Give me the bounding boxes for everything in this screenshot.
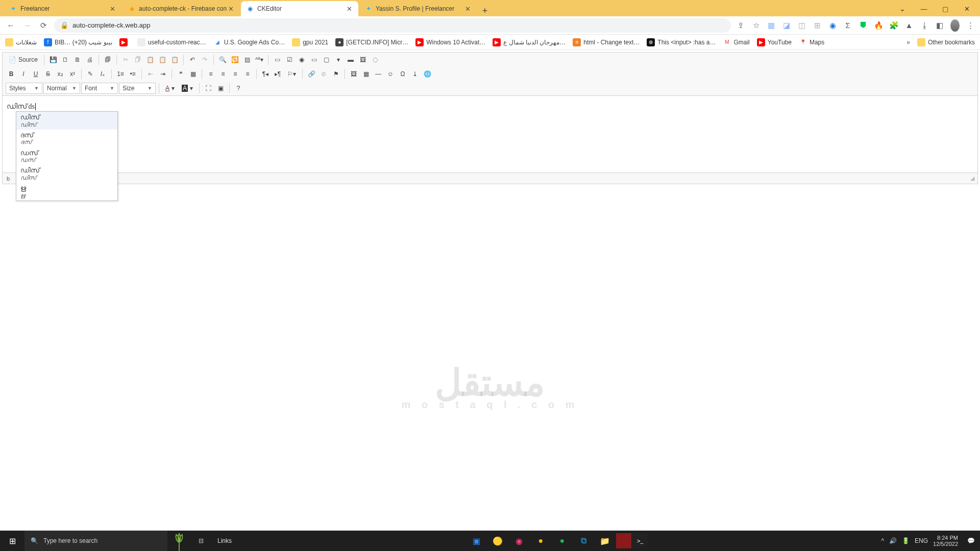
bold-button[interactable]: B	[6, 68, 17, 80]
form-icon[interactable]: ▭	[272, 54, 283, 65]
templates-icon[interactable]: 🗐	[102, 54, 113, 65]
pagebreak-button[interactable]: ⤓	[409, 68, 421, 80]
div-button[interactable]: ▦	[187, 68, 199, 80]
ltr-button[interactable]: ¶◂	[260, 68, 271, 80]
save-icon[interactable]: 💾	[47, 54, 59, 65]
tray-chevron-icon[interactable]: ^	[881, 537, 884, 544]
tab-close-icon[interactable]: ✕	[346, 5, 353, 13]
specialchar-button[interactable]: Ω	[397, 68, 408, 80]
taskbar-app-terminal[interactable]: >_	[632, 533, 648, 548]
start-button[interactable]: ⊞	[0, 536, 24, 546]
bookmark-item[interactable]: ▶	[119, 38, 130, 46]
taskbar-links-folder[interactable]: Links	[211, 537, 238, 544]
align-justify-button[interactable]: ≡	[242, 68, 253, 80]
paste-icon[interactable]: 📋	[144, 54, 156, 65]
editor-content-area[interactable]: ഡിസ് ds ഡിസ് ഡിസ് ദസ് ദസ് ഡസ് ഡസ് ഡിസ് ഡ…	[3, 96, 977, 172]
maximize-button[interactable]: ⛶	[203, 83, 214, 94]
bookmark-item[interactable]: useful-custom-reac…	[137, 38, 206, 46]
bookmark-item[interactable]: gpu 2021	[292, 38, 328, 46]
copyformat-icon[interactable]: ✎	[85, 68, 96, 80]
ext-icon[interactable]: ◪	[782, 21, 791, 30]
spellcheck-icon[interactable]: ᴬᴮ▾	[254, 54, 265, 65]
sidepanel-icon[interactable]: ◧	[935, 21, 944, 30]
tray-battery-icon[interactable]: 🔋	[902, 537, 910, 544]
removeformat-button[interactable]: Iₓ	[97, 68, 108, 80]
replace-icon[interactable]: 🔁	[229, 54, 240, 65]
styles-dropdown[interactable]: Styles▼	[6, 83, 42, 94]
paste-text-icon[interactable]: 📋	[157, 54, 168, 65]
nav-reload-button[interactable]: ⟳	[38, 21, 49, 30]
numbered-list-button[interactable]: 1≡	[115, 68, 126, 80]
indent-button[interactable]: ⇥	[157, 68, 168, 80]
tray-notifications-icon[interactable]: 💬	[967, 537, 975, 544]
radio-icon[interactable]: ◉	[296, 54, 307, 65]
bookmark-item[interactable]: ◢U.S. Google Ads Co…	[213, 38, 285, 46]
tray-volume-icon[interactable]: 🔊	[889, 537, 897, 544]
blockquote-button[interactable]: ❝	[175, 68, 186, 80]
tabs-dropdown-icon[interactable]: ⌄	[892, 5, 913, 13]
extensions-icon[interactable]: 🧩	[889, 21, 898, 30]
bookmark-item[interactable]: 📍Maps	[799, 38, 824, 46]
rtl-button[interactable]: ▸¶	[272, 68, 283, 80]
underline-button[interactable]: U	[30, 68, 41, 80]
ext-icon[interactable]: Σ	[843, 21, 852, 30]
tab-ckeditor[interactable]: ◉CKEditor ✕	[241, 1, 358, 16]
taskbar-search[interactable]: 🔍 Type here to search	[24, 531, 167, 551]
autocomplete-option[interactable]: ഡസ് ഡസ്	[16, 147, 117, 165]
newpage-icon[interactable]: 🗋	[60, 54, 71, 65]
textarea-icon[interactable]: ▢	[321, 54, 332, 65]
autocomplete-option[interactable]: ഡിസ് ഡിസ്	[16, 112, 117, 130]
align-center-button[interactable]: ≡	[217, 68, 229, 80]
tab-close-icon[interactable]: ✕	[227, 5, 235, 13]
hiddenfield-icon[interactable]: ◌	[370, 54, 381, 65]
bookmark-item[interactable]: ▶مهرجان الدنيا شمال ع…	[493, 38, 566, 46]
bookmark-item[interactable]: ≡html - Change text…	[573, 38, 640, 46]
other-bookmarks-button[interactable]: Other bookmarks	[917, 38, 975, 46]
bookmark-item[interactable]: ▶YouTube	[757, 38, 792, 46]
source-button[interactable]: 📄 Source	[6, 54, 41, 65]
taskbar-app-chrome[interactable]: 🟡	[487, 531, 508, 551]
preview-icon[interactable]: 🗎	[72, 54, 83, 65]
taskbar-app-zoom[interactable]: ▣	[466, 531, 486, 551]
undo-icon[interactable]: ↶	[187, 54, 198, 65]
bookmark-item[interactable]: ●[GETCID.INFO] Micr…	[335, 38, 408, 46]
bookmark-item[interactable]: ▶Windows 10 Activat…	[415, 38, 485, 46]
outdent-button[interactable]: ⇤	[145, 68, 156, 80]
size-dropdown[interactable]: Size▼	[119, 83, 156, 94]
ext-icon[interactable]: ◫	[797, 21, 806, 30]
bookmarks-overflow-button[interactable]: »	[906, 39, 910, 46]
selectall-icon[interactable]: ▤	[241, 54, 253, 65]
font-dropdown[interactable]: Font▼	[81, 83, 118, 94]
bookmark-star-icon[interactable]: ☆	[751, 21, 761, 30]
taskbar-app-icon[interactable]	[616, 533, 631, 548]
task-view-button[interactable]: ⊟	[191, 537, 211, 544]
redo-icon[interactable]: ↷	[199, 54, 210, 65]
iframe-button[interactable]: 🌐	[422, 68, 433, 80]
italic-button[interactable]: I	[18, 68, 29, 80]
image-button[interactable]: 🖼	[348, 68, 359, 80]
autocomplete-option[interactable]: ഋ ഋ	[16, 183, 117, 201]
link-button[interactable]: 🔗	[306, 68, 317, 80]
tab-close-icon[interactable]: ✕	[109, 5, 116, 13]
language-button[interactable]: ⚐▾	[284, 68, 299, 80]
tab-close-icon[interactable]: ✕	[464, 5, 472, 13]
strike-button[interactable]: S	[42, 68, 54, 80]
showblocks-button[interactable]: ▣	[215, 83, 226, 94]
about-button[interactable]: ?	[233, 83, 244, 94]
window-minimize-button[interactable]: —	[914, 5, 934, 13]
bgcolor-button[interactable]: A▾	[179, 83, 196, 94]
cut-icon[interactable]: ✂	[120, 54, 131, 65]
align-right-button[interactable]: ≡	[230, 68, 241, 80]
subscript-button[interactable]: x₂	[55, 68, 66, 80]
taskbar-app-explorer[interactable]: 📁	[595, 531, 615, 551]
elements-path[interactable]: b	[7, 176, 10, 182]
window-maximize-button[interactable]: ▢	[935, 5, 955, 13]
select-icon[interactable]: ▾	[333, 54, 344, 65]
downloads-icon[interactable]: ⭳	[920, 21, 929, 30]
ext-icon[interactable]: ▦	[767, 21, 776, 30]
tray-language[interactable]: ENG	[915, 537, 928, 544]
format-dropdown[interactable]: Normal▼	[43, 83, 80, 94]
taskbar-app-icon[interactable]: ●	[530, 531, 551, 551]
checkbox-icon[interactable]: ☑	[284, 54, 295, 65]
anchor-button[interactable]: ⚑	[330, 68, 341, 80]
